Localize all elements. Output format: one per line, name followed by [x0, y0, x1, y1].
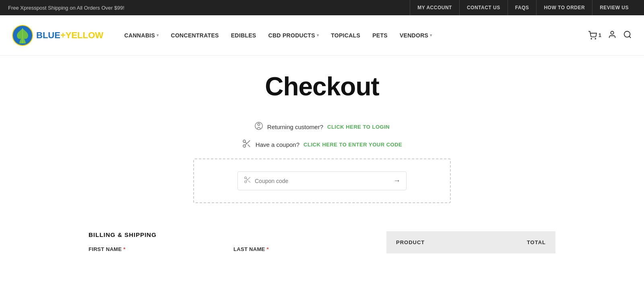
nav-edibles[interactable]: EDIBLES [226, 29, 261, 42]
svg-point-12 [245, 177, 247, 179]
returning-customer-label: Returning customer? [267, 123, 323, 130]
nav-topicals[interactable]: TOPICALS [326, 29, 365, 42]
main-content: Checkout Returning customer? CLICK HERE … [80, 56, 564, 253]
shipping-notice: Free Xpresspost Shipping on All Orders O… [8, 5, 124, 11]
order-summary-header: PRODUCT TOTAL [386, 231, 555, 253]
contact-us-link[interactable]: CONTACT US [459, 0, 508, 15]
faqs-link[interactable]: FAQS [508, 0, 537, 15]
svg-point-13 [245, 181, 247, 183]
chevron-down-icon: ▾ [317, 33, 319, 37]
nav-cannabis[interactable]: CANNABIS ▾ [120, 29, 164, 42]
chevron-down-icon: ▾ [157, 33, 159, 37]
svg-line-10 [248, 144, 250, 147]
svg-line-11 [245, 142, 247, 144]
logo-icon [12, 25, 33, 46]
svg-line-16 [246, 179, 248, 180]
top-bar: Free Xpresspost Shipping on All Orders O… [0, 0, 644, 15]
coupon-box: → [193, 158, 451, 203]
returning-customer-row: Returning customer? CLICK HERE TO LOGIN [254, 121, 390, 132]
last-name-col: LAST NAME * [233, 246, 370, 252]
coupon-row: Have a coupon? CLICK HERE TO ENTER YOUR … [242, 139, 402, 150]
first-name-label: FIRST NAME * [89, 246, 225, 252]
user-account-button[interactable] [608, 30, 617, 41]
order-summary: PRODUCT TOTAL [386, 231, 555, 253]
coupon-scissors-icon [244, 176, 252, 186]
product-header: PRODUCT [396, 239, 425, 245]
svg-point-2 [595, 38, 596, 39]
nav-pets[interactable]: PETS [367, 29, 392, 42]
coupon-input-wrap: → [237, 171, 407, 190]
checkout-notices: Returning customer? CLICK HERE TO LOGIN … [89, 121, 555, 150]
svg-point-4 [624, 31, 630, 37]
nav-cbd-products[interactable]: CBD PRODUCTS ▾ [263, 29, 324, 42]
svg-point-1 [591, 38, 592, 39]
review-us-link[interactable]: REVIEW US [592, 0, 636, 15]
my-account-link[interactable]: MY ACCOUNT [410, 0, 459, 15]
cart-icon [588, 31, 597, 40]
cart-button[interactable]: 1 [588, 31, 601, 40]
nav-concentrates[interactable]: CONCENTRATES [166, 29, 223, 42]
cart-count: 1 [599, 32, 601, 38]
svg-line-15 [248, 181, 250, 183]
logo-text: BLUE+YELLOW [36, 30, 103, 41]
last-name-label: LAST NAME * [233, 246, 370, 252]
search-button[interactable] [623, 30, 632, 41]
required-star: * [123, 246, 125, 252]
header: BLUE+YELLOW CANNABIS ▾ CONCENTRATES EDIB… [0, 15, 644, 56]
billing-section: BILLING & SHIPPING FIRST NAME * LAST NAM… [89, 223, 555, 253]
header-right: 1 [588, 30, 632, 41]
coupon-link[interactable]: CLICK HERE TO ENTER YOUR CODE [303, 142, 402, 148]
login-link[interactable]: CLICK HERE TO LOGIN [327, 124, 390, 130]
name-form-row: FIRST NAME * LAST NAME * [89, 246, 370, 252]
chevron-down-icon: ▾ [430, 33, 432, 37]
scissors-icon [242, 139, 252, 150]
total-header: TOTAL [527, 239, 546, 245]
first-name-col: FIRST NAME * [89, 246, 225, 252]
billing-title: BILLING & SHIPPING [89, 231, 370, 238]
coupon-submit-arrow[interactable]: → [393, 177, 400, 185]
svg-point-7 [243, 140, 246, 142]
svg-point-6 [258, 123, 260, 126]
coupon-input[interactable] [255, 178, 393, 184]
svg-point-3 [611, 31, 613, 34]
svg-point-8 [243, 145, 246, 147]
page-title: Checkout [89, 72, 555, 101]
coupon-label: Have a coupon? [256, 141, 299, 148]
logo[interactable]: BLUE+YELLOW [12, 25, 103, 46]
billing-left: BILLING & SHIPPING FIRST NAME * LAST NAM… [89, 231, 386, 253]
main-nav: CANNABIS ▾ CONCENTRATES EDIBLES CBD PROD… [120, 29, 588, 42]
search-icon [623, 30, 632, 39]
user-icon [608, 30, 617, 39]
required-star: * [266, 246, 268, 252]
how-to-order-link[interactable]: HOW TO ORDER [536, 0, 592, 15]
top-bar-nav: MY ACCOUNT CONTACT US FAQS HOW TO ORDER … [410, 0, 636, 15]
nav-vendors[interactable]: VENDORS ▾ [395, 29, 437, 42]
user-circle-icon [254, 121, 263, 132]
